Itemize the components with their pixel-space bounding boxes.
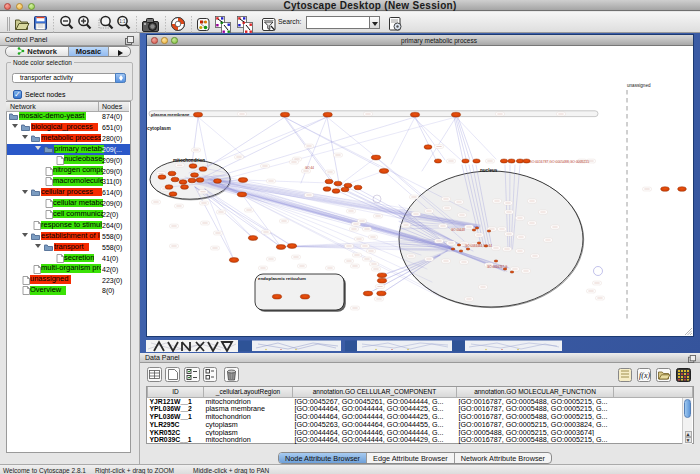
svg-text:mitochondrion: mitochondrion — [173, 158, 205, 163]
svg-text:nucleus: nucleus — [480, 168, 498, 173]
svg-text:f(x): f(x) — [639, 371, 650, 380]
svg-text:endoplasmic reticulum: endoplasmic reticulum — [258, 276, 306, 281]
svg-text:plasma membrane: plasma membrane — [151, 112, 190, 117]
svg-text:cytoplasm: cytoplasm — [147, 126, 171, 131]
svg-text:GO:0044464,GO:44: GO:0044464,GO:44 — [465, 244, 492, 248]
svg-text:unassigned: unassigned — [627, 83, 651, 88]
svg-text:GO:0016787,GO:0005488,GO:00052: GO:0016787,GO:0005488,GO:0005215 — [529, 160, 589, 164]
svg-text:GO:00448: GO:00448 — [451, 228, 465, 232]
svg-text:GO:44: GO:44 — [305, 166, 314, 170]
